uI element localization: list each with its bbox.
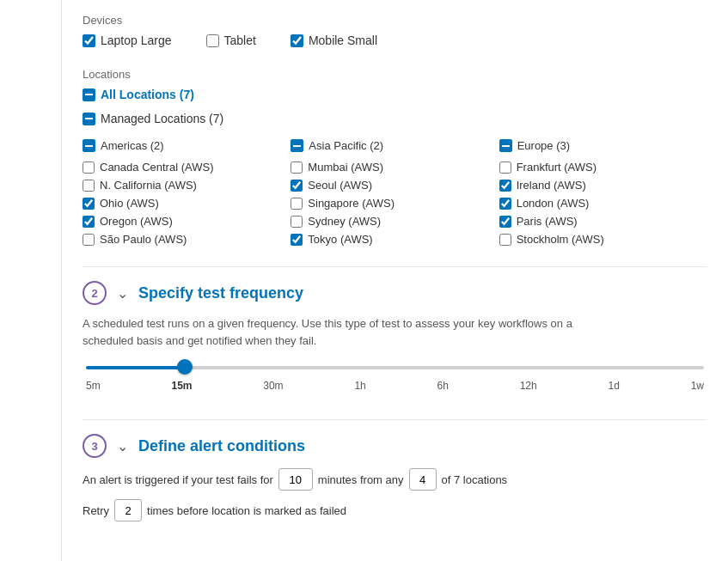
americas-col: Americas (2) Canada Central (AWS) N. Cal… — [83, 139, 291, 246]
alert-any-input[interactable] — [409, 468, 437, 491]
list-item[interactable]: Ohio (AWS) — [83, 197, 291, 210]
slider-label-30m: 30m — [263, 380, 283, 392]
step2-header: 2 ⌄ Specify test frequency — [83, 281, 707, 305]
asia-pacific-col: Asia Pacific (2) Mumbai (AWS) Seoul (AWS… — [291, 139, 499, 246]
laptop-large-input[interactable] — [83, 34, 95, 47]
europe-header: Europe (3) — [499, 139, 707, 152]
list-item[interactable]: Frankfurt (AWS) — [499, 161, 707, 174]
slider-fill — [86, 366, 185, 369]
divider-1 — [83, 266, 707, 267]
step3-title: Define alert conditions — [138, 437, 305, 455]
managed-locations-label: Managed Locations (7) — [101, 112, 223, 125]
list-item[interactable]: Mumbai (AWS) — [291, 161, 499, 174]
alert-text-after: of 7 locations — [442, 473, 508, 486]
asia-pacific-label: Asia Pacific (2) — [309, 139, 383, 152]
step2-chevron-icon[interactable]: ⌄ — [117, 285, 128, 302]
alert-text-before: An alert is triggered if your test fails… — [83, 473, 273, 486]
list-item[interactable]: Tokyo (AWS) — [291, 233, 499, 246]
slider-label-1h: 1h — [354, 380, 365, 392]
managed-locations-row: Managed Locations (7) — [83, 112, 707, 125]
slider-label-1w: 1w — [691, 380, 704, 392]
americas-locations: Canada Central (AWS) N. California (AWS)… — [83, 161, 291, 246]
slider-label-12h: 12h — [520, 380, 537, 392]
retry-row: Retry times before location is marked as… — [83, 499, 707, 521]
europe-locations: Frankfurt (AWS) Ireland (AWS) London (AW… — [499, 161, 707, 246]
asia-pacific-header: Asia Pacific (2) — [291, 139, 499, 152]
mobile-small-checkbox[interactable]: Mobile Small — [291, 34, 377, 47]
list-item[interactable]: Singapore (AWS) — [291, 197, 499, 210]
step2-section: 2 ⌄ Specify test frequency A scheduled t… — [83, 281, 707, 392]
americas-label: Americas (2) — [101, 139, 164, 152]
step3-circle: 3 — [83, 434, 107, 458]
slider-label-5m: 5m — [86, 380, 101, 392]
slider-thumb[interactable] — [177, 359, 193, 375]
slider-label-1d: 1d — [608, 380, 619, 392]
regions-container: Americas (2) Canada Central (AWS) N. Cal… — [83, 139, 707, 246]
step3-chevron-icon[interactable]: ⌄ — [117, 438, 128, 454]
frequency-slider[interactable]: 5m 15m 30m 1h 6h 12h 1d 1w — [83, 366, 707, 392]
locations-label: Locations — [83, 68, 707, 81]
asia-pacific-minus-checkbox[interactable] — [291, 139, 303, 152]
tablet-checkbox[interactable]: Tablet — [206, 34, 256, 47]
slider-label-6h: 6h — [437, 380, 449, 392]
list-item[interactable]: Paris (AWS) — [499, 215, 707, 228]
tablet-input[interactable] — [206, 34, 219, 47]
all-locations-minus-checkbox[interactable] — [83, 88, 95, 101]
americas-minus-checkbox[interactable] — [83, 139, 95, 152]
devices-label: Devices — [83, 14, 707, 27]
list-item[interactable]: São Paulo (AWS) — [83, 233, 291, 246]
retry-suffix: times before location is marked as faile… — [147, 504, 346, 517]
slider-track — [86, 366, 704, 369]
locations-section: Locations All Locations (7) Managed Loca… — [83, 68, 707, 246]
americas-header: Americas (2) — [83, 139, 291, 152]
europe-minus-checkbox[interactable] — [499, 139, 512, 152]
alert-text-middle: minutes from any — [318, 473, 404, 486]
list-item[interactable]: Oregon (AWS) — [83, 215, 291, 228]
list-item[interactable]: N. California (AWS) — [83, 179, 291, 192]
list-item[interactable]: Canada Central (AWS) — [83, 161, 291, 174]
all-locations-row: All Locations (7) — [83, 88, 707, 101]
managed-locations-minus-checkbox[interactable] — [83, 113, 95, 125]
retry-label: Retry — [83, 504, 109, 517]
alert-minutes-input[interactable] — [278, 468, 313, 491]
alert-trigger-row: An alert is triggered if your test fails… — [83, 468, 707, 491]
all-locations-label: All Locations (7) — [101, 88, 194, 101]
asia-pacific-locations: Mumbai (AWS) Seoul (AWS) Singapore (AWS)… — [291, 161, 499, 246]
list-item[interactable]: Ireland (AWS) — [499, 179, 707, 192]
slider-labels: 5m 15m 30m 1h 6h 12h 1d 1w — [86, 380, 704, 392]
list-item[interactable]: Seoul (AWS) — [291, 179, 499, 192]
laptop-large-label: Laptop Large — [101, 34, 172, 47]
step3-header: 3 ⌄ Define alert conditions — [83, 434, 707, 458]
devices-row: Laptop Large Tablet Mobile Small — [83, 34, 707, 47]
slider-label-15m: 15m — [171, 380, 192, 392]
list-item[interactable]: Stockholm (AWS) — [499, 233, 707, 246]
step2-description: A scheduled test runs on a given frequen… — [83, 315, 598, 349]
laptop-large-checkbox[interactable]: Laptop Large — [83, 34, 172, 47]
step3-section: 3 ⌄ Define alert conditions An alert is … — [83, 434, 707, 521]
list-item[interactable]: Sydney (AWS) — [291, 215, 499, 228]
list-item[interactable]: London (AWS) — [499, 197, 707, 210]
tablet-label: Tablet — [224, 34, 256, 47]
step2-circle: 2 — [83, 281, 107, 305]
mobile-small-label: Mobile Small — [309, 34, 377, 47]
mobile-small-input[interactable] — [291, 34, 303, 47]
europe-col: Europe (3) Frankfurt (AWS) Ireland (AWS)… — [499, 139, 707, 246]
retry-input[interactable] — [114, 499, 142, 521]
step2-title: Specify test frequency — [138, 284, 303, 302]
divider-2 — [83, 419, 707, 420]
europe-label: Europe (3) — [517, 139, 570, 152]
